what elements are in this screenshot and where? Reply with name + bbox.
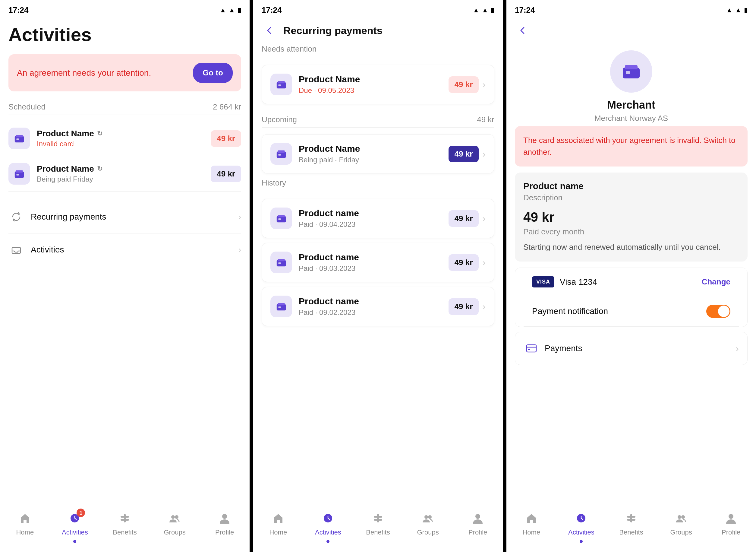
- screen2-content: Needs attention Product Name Due · 09.05…: [253, 44, 503, 504]
- list-card-history-1[interactable]: Product name Paid · 09.04.2023 49 kr ›: [262, 199, 494, 238]
- time-2: 17:24: [262, 5, 282, 15]
- screen1: 17:24 ▲ ▲ ▮ Activities An agreement need…: [0, 0, 249, 552]
- merchant-icon-s2-h2: [270, 252, 292, 273]
- payments-label: Payments: [545, 343, 736, 353]
- toggle-label: Payment notification: [532, 306, 706, 316]
- card-number: Visa 1234: [560, 277, 702, 287]
- svg-point-35: [476, 514, 480, 519]
- payment-info-2: Product Name ↻ Being paid Friday: [37, 164, 211, 183]
- home-icon-3: [524, 510, 539, 526]
- groups-icon-1: [167, 510, 183, 526]
- nav-groups-2[interactable]: Groups: [413, 510, 443, 536]
- payments-row[interactable]: Payments ›: [515, 332, 748, 365]
- nav-activities-label-1: Activities: [62, 529, 88, 536]
- payment-item-2[interactable]: Product Name ↻ Being paid Friday 49 kr: [8, 156, 241, 191]
- menu-item-recurring[interactable]: Recurring payments ›: [8, 200, 241, 234]
- merchant-icon-s2-2: [270, 143, 292, 165]
- status-bar-3: 17:24 ▲ ▲ ▮: [507, 0, 756, 18]
- payment-item-1[interactable]: Product Name ↻ Invalid card 49 kr: [8, 121, 241, 156]
- section-line-1: [262, 58, 494, 58]
- nav-profile-2[interactable]: Profile: [463, 510, 493, 536]
- merchant-icon-s2-h1: [270, 208, 292, 229]
- payment-notification-toggle[interactable]: [706, 305, 730, 318]
- svg-rect-25: [278, 262, 281, 264]
- payment-name-2: Product Name ↻: [37, 164, 211, 174]
- bottom-nav-3: Home Activities Benefits: [507, 504, 756, 552]
- battery-icon: ▮: [237, 6, 241, 14]
- profile-icon-2: [470, 510, 486, 526]
- nav-home-label-3: Home: [522, 529, 540, 536]
- nav-activities-2[interactable]: Activities: [313, 510, 343, 543]
- bottom-nav-1: Home 1 Activities Benefits: [0, 504, 249, 552]
- svg-rect-5: [17, 174, 19, 175]
- svg-rect-21: [278, 215, 285, 218]
- screen3-content: Merchant Merchant Norway AS The card ass…: [507, 44, 756, 504]
- nav-home-1[interactable]: Home: [10, 510, 40, 536]
- list-card-attention[interactable]: Product Name Due · 09.05.2023 49 kr ›: [262, 65, 494, 104]
- list-card-name-1: Product Name: [299, 74, 448, 85]
- nav-groups-1[interactable]: Groups: [160, 510, 190, 536]
- back-button-3[interactable]: [515, 23, 531, 38]
- svg-point-47: [681, 515, 685, 519]
- time-1: 17:24: [8, 5, 29, 15]
- error-card-3: The card associated with your agreement …: [515, 126, 748, 166]
- list-card-history-3[interactable]: Product name Paid · 09.02.2023 49 kr ›: [262, 287, 494, 326]
- nav-profile-3[interactable]: Profile: [716, 510, 746, 536]
- svg-rect-28: [278, 306, 281, 308]
- nav-groups-label-2: Groups: [417, 529, 439, 536]
- nav-benefits-1[interactable]: Benefits: [110, 510, 140, 536]
- clock-icon-1: 1: [67, 510, 82, 526]
- merchant-icon-large: [610, 50, 652, 93]
- list-card-name-2: Product Name: [299, 144, 448, 154]
- merchant-sub-large: Merchant Norway AS: [507, 114, 756, 123]
- groups-icon-2: [420, 510, 436, 526]
- merchant-icon-2: [8, 163, 30, 184]
- wifi-icon: ▲: [219, 6, 226, 14]
- card-row[interactable]: VISA Visa 1234 Change: [524, 268, 739, 296]
- nav-groups-3[interactable]: Groups: [666, 510, 696, 536]
- signal-icon-2: ▲: [482, 6, 488, 14]
- back-button-2[interactable]: [262, 23, 277, 38]
- chevron-activities: ›: [238, 245, 241, 255]
- list-card-sub-h1: Paid · 09.04.2023: [299, 220, 448, 229]
- menu-items: Recurring payments › Activities ›: [8, 200, 241, 266]
- nav-profile-1[interactable]: Profile: [209, 510, 240, 536]
- list-card-amount-h3: 49 kr: [448, 298, 479, 315]
- chevron-recurring: ›: [238, 212, 241, 222]
- signal-icon-3: ▲: [735, 6, 742, 14]
- svg-point-33: [424, 515, 428, 519]
- nav-profile-label-2: Profile: [468, 529, 487, 536]
- bottom-nav-2: Home Activities Benefits: [253, 504, 503, 552]
- detail-note: Starting now and renewed automatically u…: [523, 241, 739, 253]
- svg-rect-1: [16, 135, 23, 138]
- nav-benefits-3[interactable]: Benefits: [616, 510, 646, 536]
- nav-benefits-label-1: Benefits: [113, 529, 137, 536]
- wifi-icon-2: ▲: [472, 6, 479, 14]
- svg-point-34: [428, 515, 432, 519]
- chevron-h1: ›: [482, 213, 486, 224]
- svg-rect-45: [630, 514, 632, 523]
- merchant-icon-s2-h3: [270, 296, 292, 317]
- goto-button[interactable]: Go to: [193, 63, 233, 83]
- payment-name-1: Product Name ↻: [37, 129, 211, 138]
- visa-badge: VISA: [532, 276, 554, 287]
- upcoming-header: Upcoming 49 kr: [253, 109, 503, 127]
- svg-rect-2: [17, 138, 19, 140]
- list-card-history-2[interactable]: Product name Paid · 09.03.2023 49 kr ›: [262, 243, 494, 282]
- sync-menu-icon: [8, 209, 24, 225]
- list-card-sub-2: Being paid · Friday: [299, 156, 448, 164]
- list-card-upcoming[interactable]: Product Name Being paid · Friday 49 kr ›: [262, 134, 494, 173]
- change-link[interactable]: Change: [702, 277, 730, 287]
- menu-item-recurring-label: Recurring payments: [31, 212, 238, 222]
- nav-home-3[interactable]: Home: [516, 510, 547, 536]
- status-bar-1: 17:24 ▲ ▲ ▮: [0, 0, 249, 18]
- merchant-name-large: Merchant: [507, 99, 756, 111]
- svg-point-13: [222, 514, 227, 519]
- nav-activities-1[interactable]: 1 Activities: [60, 510, 90, 543]
- nav-benefits-2[interactable]: Benefits: [363, 510, 393, 536]
- list-card-name-h1: Product name: [299, 208, 448, 219]
- nav-home-2[interactable]: Home: [263, 510, 293, 536]
- nav-activities-3[interactable]: Activities: [566, 510, 596, 543]
- svg-rect-39: [527, 345, 536, 352]
- menu-item-activities[interactable]: Activities ›: [8, 234, 241, 266]
